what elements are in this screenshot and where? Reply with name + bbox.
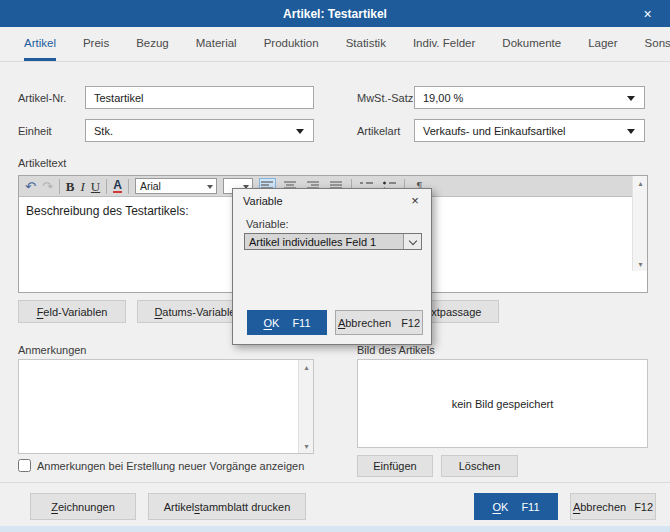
- toolbar-separator: [128, 179, 129, 194]
- ok-button[interactable]: OK F11: [474, 493, 558, 520]
- tab-produktion[interactable]: Produktion: [264, 27, 319, 61]
- zeichnungen-button[interactable]: Zeichnungen: [30, 493, 136, 520]
- dialog-ok-label: OK: [263, 317, 279, 329]
- tab-indiv-felder[interactable]: Indiv. Felder: [413, 27, 475, 61]
- scroll-down-icon[interactable]: ▾: [299, 439, 314, 453]
- loeschen-label: Löschen: [459, 460, 501, 472]
- tab-artikel[interactable]: Artikel: [24, 27, 56, 61]
- loeschen-button[interactable]: Löschen: [441, 455, 518, 477]
- einheit-label: Einheit: [18, 125, 52, 137]
- mwst-satz-value: 19,00 %: [423, 92, 463, 104]
- abbrechen-button[interactable]: Abbrechen F12: [570, 493, 656, 520]
- dialog-ok-fkey: F11: [292, 317, 310, 329]
- anmerkungen-textarea[interactable]: ▴ ▾: [18, 359, 314, 454]
- scroll-up-icon[interactable]: ▴: [299, 360, 314, 374]
- abbrechen-fkey: F12: [634, 501, 653, 513]
- tab-statistik[interactable]: Statistik: [346, 27, 386, 61]
- bottom-strip: [0, 526, 670, 532]
- undo-icon[interactable]: ↶: [25, 180, 36, 193]
- anmerkungen-checkbox[interactable]: [18, 459, 31, 472]
- artikelart-label: Artikelart: [357, 125, 400, 137]
- tab-preis[interactable]: Preis: [83, 27, 109, 61]
- bild-box: kein Bild gespeichert: [357, 359, 648, 448]
- tab-bezug[interactable]: Bezug: [136, 27, 169, 61]
- chevron-down-icon: [403, 234, 421, 249]
- dialog-title: Variable: [243, 195, 283, 207]
- footer-divider: [0, 482, 670, 483]
- artikel-window: Artikel: Testartikel × Artikel Preis Bez…: [0, 0, 670, 532]
- chevron-down-icon: [296, 129, 304, 134]
- anmerkungen-scrollbar[interactable]: ▴ ▾: [298, 360, 313, 453]
- artikeltext-label: Artikeltext: [18, 157, 66, 169]
- scroll-up-icon[interactable]: ▴: [633, 176, 648, 190]
- feld-variablen-label: Feld-Variablen: [37, 306, 108, 318]
- dialog-abbrechen-button[interactable]: Abbrechen F12: [335, 310, 423, 335]
- tab-lager[interactable]: Lager: [588, 27, 617, 61]
- feld-variablen-button[interactable]: Feld-Variablen: [18, 300, 126, 323]
- mwst-satz-label: MwSt.-Satz: [357, 92, 413, 104]
- variable-field-label: Variable:: [246, 218, 289, 230]
- chevron-down-icon: [207, 185, 213, 189]
- einfuegen-label: Einfügen: [373, 460, 416, 472]
- artikelart-value: Verkaufs- und Einkaufsartikel: [423, 125, 565, 137]
- abbrechen-label: Abbrechen: [573, 501, 626, 513]
- bold-button[interactable]: B: [66, 180, 75, 193]
- dialog-abbrechen-label: Abbrechen: [338, 317, 391, 329]
- font-name-dropdown[interactable]: Arial: [135, 178, 217, 194]
- variable-dropdown-value: Artikel individuelles Feld 1: [249, 236, 376, 248]
- artikel-nr-label: Artikel-Nr.: [18, 92, 66, 104]
- tab-sonstiges[interactable]: Sonstiges: [645, 27, 670, 61]
- bild-empty-text: kein Bild gespeichert: [452, 398, 554, 410]
- einheit-value: Stk.: [94, 125, 113, 137]
- italic-button[interactable]: I: [80, 180, 84, 193]
- variable-dropdown[interactable]: Artikel individuelles Feld 1: [244, 233, 422, 250]
- artikelart-dropdown[interactable]: Verkaufs- und Einkaufsartikel: [414, 119, 645, 142]
- artikelstammblatt-drucken-button[interactable]: Artikelstammblatt drucken: [148, 493, 306, 520]
- variable-dialog: Variable × Variable: Artikel individuell…: [232, 188, 432, 345]
- tab-material[interactable]: Material: [196, 27, 237, 61]
- datums-variablen-label: Datums-Variablen: [154, 306, 241, 318]
- einheit-dropdown[interactable]: Stk.: [85, 119, 314, 142]
- artikelstammblatt-label: Artikelstammblatt drucken: [164, 501, 291, 513]
- dialog-abbrechen-fkey: F12: [401, 317, 420, 329]
- window-title: Artikel: Testartikel: [283, 7, 387, 21]
- tab-dokumente[interactable]: Dokumente: [502, 27, 561, 61]
- editor-scrollbar[interactable]: ▴ ▾: [632, 176, 647, 271]
- dialog-ok-button[interactable]: OK F11: [247, 310, 327, 335]
- tab-bar: Artikel Preis Bezug Material Produktion …: [0, 27, 670, 62]
- scroll-down-icon[interactable]: ▾: [633, 257, 648, 271]
- dialog-close-icon[interactable]: ×: [403, 191, 427, 210]
- toolbar-separator: [59, 179, 60, 194]
- close-icon[interactable]: ×: [625, 0, 670, 27]
- zeichnungen-label: Zeichnungen: [51, 501, 115, 513]
- mwst-satz-dropdown[interactable]: 19,00 %: [414, 86, 645, 109]
- anmerkungen-checkbox-label: Anmerkungen bei Erstellung neuer Vorgäng…: [37, 460, 304, 472]
- font-name-value: Arial: [140, 180, 161, 192]
- anmerkungen-label: Anmerkungen: [18, 344, 87, 356]
- ok-fkey: F11: [521, 501, 539, 513]
- chevron-down-icon: [627, 129, 635, 134]
- redo-icon: ↷: [42, 180, 53, 193]
- font-color-button[interactable]: A: [113, 179, 122, 194]
- titlebar: Artikel: Testartikel ×: [0, 0, 670, 27]
- toolbar-separator: [106, 179, 107, 194]
- ok-label: OK: [492, 501, 508, 513]
- einfuegen-button[interactable]: Einfügen: [357, 455, 433, 477]
- underline-button[interactable]: U: [91, 180, 100, 193]
- artikel-nr-input[interactable]: [85, 86, 314, 109]
- chevron-down-icon: [627, 96, 635, 101]
- bild-label: Bild des Artikels: [357, 344, 435, 356]
